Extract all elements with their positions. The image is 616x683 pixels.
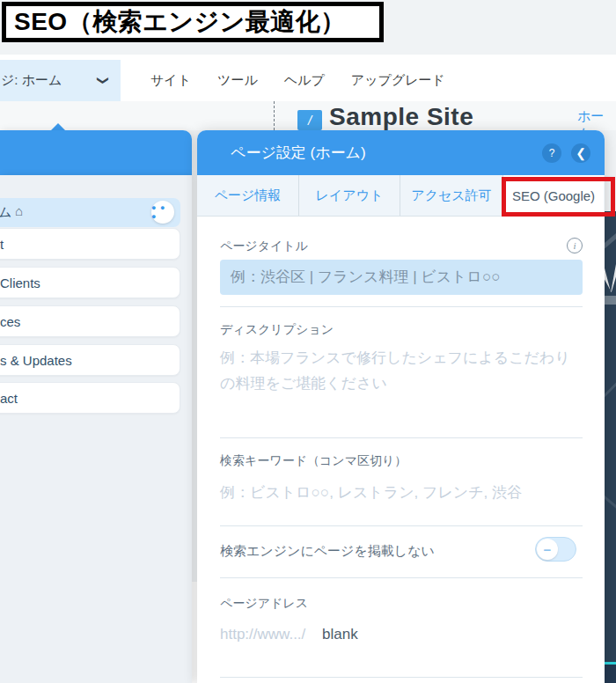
description-label: ディスクリプション <box>220 322 334 338</box>
hero-logo-shape <box>605 264 616 292</box>
url-value-input[interactable]: blank <box>322 626 358 643</box>
page-item-home-selected[interactable]: ム ⌂ ● ● ● <box>0 198 180 227</box>
tab-permissions[interactable]: アクセス許可 <box>400 175 503 216</box>
page-title-input[interactable]: 例：渋谷区 | フランス料理 | ビストロ○○ <box>220 260 583 295</box>
page-item-label: s & Updates <box>0 353 72 368</box>
annotation-red-box <box>502 177 615 217</box>
toggle-knob: − <box>537 539 558 560</box>
page-address-label: ページアドレス <box>220 596 308 612</box>
slash-icon: / <box>308 113 312 128</box>
info-icon[interactable]: i <box>567 238 583 253</box>
description-input[interactable]: 例：本場フランスで修行したシェフによるこだわりの料理をご堪能ください <box>220 345 579 396</box>
page-item[interactable]: Clients <box>0 267 180 298</box>
home-icon: ⌂ <box>15 203 23 218</box>
page-item-label: ces <box>0 314 20 329</box>
pages-panel-header: ? ✕ <box>0 130 192 175</box>
panel-title: ページ設定 (ホーム) <box>231 130 366 175</box>
page-item[interactable]: t <box>0 228 180 260</box>
page-item-label: Clients <box>0 275 40 290</box>
site-title: Sample Site <box>329 103 473 131</box>
menubar-items: サイト ツール ヘルプ アップグレード <box>137 60 458 101</box>
site-logo-icon: / <box>297 110 322 130</box>
menu-item-site[interactable]: サイト <box>137 72 204 89</box>
menu-item-upgrade[interactable]: アップグレード <box>338 72 458 89</box>
page-title-label: ページタイトル <box>220 239 308 254</box>
url-prefix: http://www.../ <box>220 626 305 643</box>
keywords-input[interactable]: 例：ビストロ○○, レストラン, フレンチ, 渋谷 <box>220 480 579 505</box>
tab-page-info[interactable]: ページ情報 <box>197 175 299 216</box>
divider <box>220 577 583 578</box>
page-item[interactable]: s & Updates <box>0 344 180 376</box>
divider <box>220 306 583 307</box>
help-button[interactable]: ? <box>542 143 561 163</box>
page-item-label: ム <box>0 204 11 221</box>
hero-streak <box>605 496 616 511</box>
hero-streak <box>605 231 616 248</box>
page-item[interactable]: ces <box>0 305 180 337</box>
divider <box>220 525 583 526</box>
menu-item-help[interactable]: ヘルプ <box>271 72 338 89</box>
back-icon[interactable]: ❮ <box>571 143 590 163</box>
page-item-label: act <box>0 391 18 406</box>
noindex-toggle[interactable]: − <box>535 537 576 562</box>
chevron-down-icon: ❯ <box>97 76 110 85</box>
hero-streak <box>605 380 616 397</box>
noindex-label: 検索エンジンにページを掲載しない <box>220 543 435 560</box>
annotation-title: SEO（検索エンジン最適化） <box>2 2 384 42</box>
page-item-menu-button[interactable]: ● ● ● <box>151 201 174 224</box>
keywords-label: 検索キーワード（コンマ区切り） <box>220 453 407 469</box>
page-item[interactable]: act <box>0 382 180 414</box>
tab-layout[interactable]: レイアウト <box>299 175 400 216</box>
page-selector-dropdown[interactable]: ジ: ホーム ❯ <box>0 60 121 101</box>
seo-settings-form: ページタイトル i 例：渋谷区 | フランス料理 | ビストロ○○ ディスクリプ… <box>197 217 605 683</box>
page-selector-label: ジ: ホーム <box>1 72 62 89</box>
divider <box>220 677 583 678</box>
menu-item-tools[interactable]: ツール <box>204 72 271 89</box>
divider <box>220 437 583 438</box>
page-settings-header: ページ設定 (ホーム) ? ❮ <box>197 130 605 175</box>
hero-text-fragment <box>605 296 616 305</box>
background-hero-image <box>605 211 616 683</box>
hero-bottom-section <box>605 665 616 683</box>
page-boundary-dashed-line <box>274 101 275 130</box>
page-item-label: t <box>0 237 4 252</box>
page-address-row: http://www.../ blank <box>220 626 358 643</box>
